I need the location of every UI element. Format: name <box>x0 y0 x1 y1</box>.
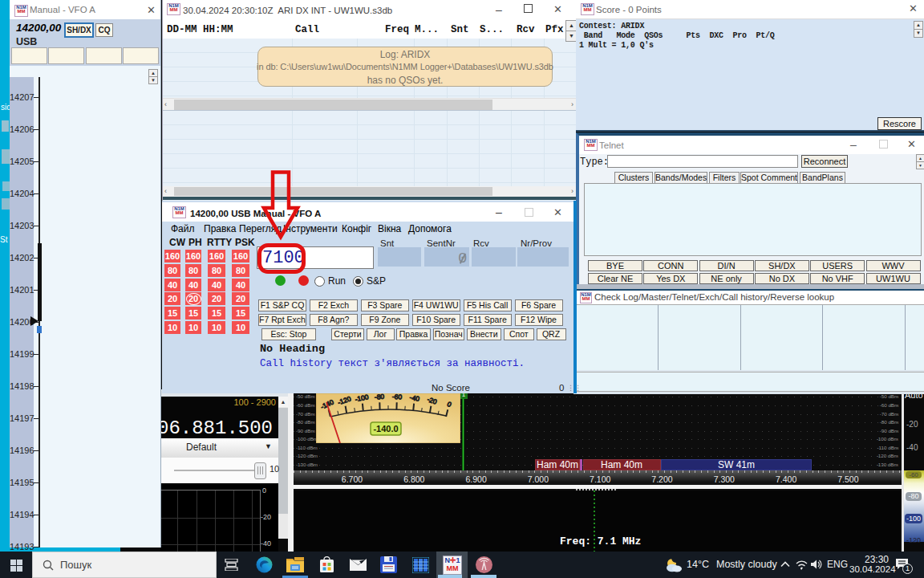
svg-text:-140.0: -140.0 <box>373 424 398 434</box>
svg-text:-80: -80 <box>375 393 385 401</box>
svg-text:-60: -60 <box>392 393 403 401</box>
